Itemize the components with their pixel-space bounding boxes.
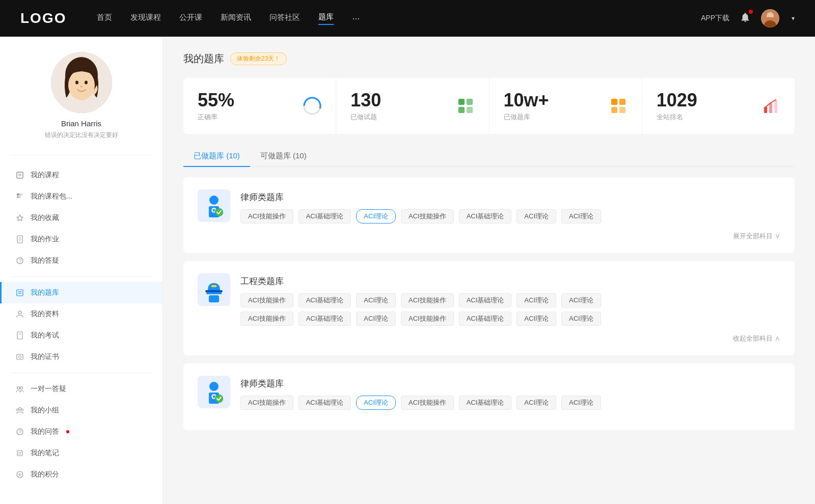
app-download-button[interactable]: APP下载 (701, 14, 729, 23)
sidebar-label-one-on-one: 一对一答疑 (31, 384, 66, 394)
sidebar-item-my-collect[interactable]: 我的收藏 (0, 207, 162, 229)
sidebar-item-my-exam[interactable]: 我的考试 (0, 325, 162, 346)
svg-point-30 (19, 356, 21, 358)
svg-rect-51 (619, 107, 626, 113)
tag-eng-r1-6[interactable]: ACI理论 (561, 293, 601, 307)
svg-point-43 (307, 101, 317, 111)
sidebar-label-my-notes: 我的笔记 (31, 449, 59, 458)
svg-point-32 (20, 387, 23, 389)
sidebar-item-my-course[interactable]: 我的课程 (0, 164, 162, 186)
nav-qbank[interactable]: 题库 (318, 12, 334, 25)
sidebar-label-my-course: 我的课程 (31, 171, 59, 180)
svg-point-31 (17, 387, 20, 389)
nav-open-course[interactable]: 公开课 (179, 13, 202, 24)
tag-lawyer2-1[interactable]: ACI基础理论 (298, 396, 351, 410)
tag-eng-r1-4[interactable]: ACI基础理论 (459, 293, 512, 307)
stat-rank-value: 1029 (657, 90, 754, 110)
stats-row: 55% 正确率 130 已做试题 (183, 78, 795, 134)
svg-text:?: ? (19, 258, 22, 264)
tag-lawyer1-0[interactable]: ACI技能操作 (240, 209, 293, 223)
svg-rect-52 (764, 107, 767, 113)
package-icon (15, 192, 24, 201)
grid-orange-icon (609, 97, 628, 115)
tag-eng-r1-5[interactable]: ACI理论 (517, 293, 556, 307)
collapse-link-engineer1[interactable]: 收起全部科目 ∧ (198, 334, 780, 343)
user-menu-chevron[interactable]: ▾ (792, 15, 795, 22)
stat-rank-label: 全站排名 (657, 113, 754, 122)
sidebar-item-my-questions[interactable]: ? 我的问答 (0, 421, 162, 442)
tag-eng-r1-2[interactable]: ACI理论 (356, 293, 396, 307)
svg-rect-48 (611, 99, 617, 105)
qbank-icon (15, 288, 24, 297)
tag-eng-r2-0[interactable]: ACI技能操作 (240, 312, 293, 326)
exam-icon (15, 331, 24, 340)
tag-eng-r1-1[interactable]: ACI基础理论 (298, 293, 351, 307)
sidebar-item-my-info[interactable]: 我的资料 (0, 303, 162, 325)
tag-lawyer2-4[interactable]: ACI基础理论 (459, 396, 512, 410)
tag-lawyer2-6[interactable]: ACI理论 (561, 396, 601, 410)
qbank-tags-engineer1-row2: ACI技能操作 ACI基础理论 ACI理论 ACI技能操作 ACI基础理论 AC… (240, 312, 780, 326)
tag-eng-r2-1[interactable]: ACI基础理论 (298, 312, 351, 326)
tag-eng-r2-6[interactable]: ACI理论 (561, 312, 601, 326)
qbank-card-lawyer1: 律师类题库 ACI技能操作 ACI基础理论 ACI理论 ACI技能操作 ACI基… (183, 177, 795, 253)
sidebar-label-my-exam: 我的考试 (31, 331, 59, 340)
tag-lawyer1-2[interactable]: ACI理论 (356, 209, 396, 223)
nav-more[interactable]: ··· (352, 13, 360, 24)
qa-icon: ? (15, 256, 24, 265)
page-title: 我的题库 (183, 52, 224, 66)
tag-lawyer1-3[interactable]: ACI技能操作 (401, 209, 454, 223)
sidebar: Brian Harris 错误的决定比没有决定要好 我的课程 我的课程包... (0, 37, 163, 504)
stat-done-banks-label: 已做题库 (504, 113, 601, 122)
tag-lawyer1-5[interactable]: ACI理论 (517, 209, 556, 223)
sidebar-item-my-notes[interactable]: 我的笔记 (0, 442, 162, 464)
svg-rect-54 (774, 100, 777, 113)
qbank-card-lawyer2: 律师类题库 ACI技能操作 ACI基础理论 ACI理论 ACI技能操作 ACI基… (183, 363, 795, 430)
sidebar-item-my-qa[interactable]: ? 我的答疑 (0, 250, 162, 271)
nav-qa[interactable]: 问答社区 (269, 13, 300, 24)
logo: LOGO (20, 10, 66, 26)
tag-lawyer1-1[interactable]: ACI基础理论 (298, 209, 351, 223)
tag-eng-r2-5[interactable]: ACI理论 (517, 312, 556, 326)
expand-link-lawyer1[interactable]: 展开全部科目 ∨ (198, 232, 780, 241)
tag-eng-r1-3[interactable]: ACI技能操作 (401, 293, 454, 307)
svg-point-35 (21, 409, 23, 411)
sidebar-item-my-qbank[interactable]: 我的题库 (0, 282, 162, 303)
svg-point-8 (80, 86, 83, 88)
svg-point-34 (16, 409, 18, 411)
user-avatar[interactable] (761, 9, 779, 27)
tag-lawyer2-0[interactable]: ACI技能操作 (240, 396, 293, 410)
tag-lawyer2-5[interactable]: ACI理论 (517, 396, 556, 410)
sidebar-item-one-on-one[interactable]: 一对一答疑 (0, 378, 162, 400)
qbank-tags-engineer1-row1: ACI技能操作 ACI基础理论 ACI理论 ACI技能操作 ACI基础理论 AC… (240, 293, 780, 307)
tag-lawyer1-6[interactable]: ACI理论 (561, 209, 601, 223)
tab-done-banks[interactable]: 已做题库 (10) (183, 146, 250, 166)
svg-rect-12 (17, 193, 19, 195)
nav-news[interactable]: 新闻资讯 (221, 13, 251, 24)
svg-point-5 (68, 70, 95, 100)
svg-point-7 (85, 81, 88, 85)
profile-name: Brian Harris (61, 119, 101, 128)
tag-eng-r1-0[interactable]: ACI技能操作 (240, 293, 293, 307)
sidebar-item-my-homework[interactable]: 我的作业 (0, 229, 162, 250)
tag-lawyer2-2[interactable]: ACI理论 (356, 396, 396, 410)
sidebar-item-my-group[interactable]: 我的小组 (0, 400, 162, 421)
tag-eng-r2-4[interactable]: ACI基础理论 (459, 312, 512, 326)
sidebar-item-my-cert[interactable]: 我的证书 (0, 346, 162, 368)
sidebar-label-my-qa: 我的答疑 (31, 256, 59, 265)
tag-lawyer2-3[interactable]: ACI技能操作 (401, 396, 454, 410)
nav-home[interactable]: 首页 (97, 13, 112, 24)
nav-discover[interactable]: 发现课程 (130, 13, 161, 24)
notes-icon (15, 449, 24, 458)
sidebar-item-my-points[interactable]: 我的积分 (0, 464, 162, 485)
stat-done-questions: 130 已做试题 (336, 78, 489, 134)
sidebar-divider-3 (10, 373, 152, 373)
sidebar-item-my-package[interactable]: 我的课程包... (0, 186, 162, 207)
notification-bell[interactable] (740, 12, 751, 25)
tag-lawyer1-4[interactable]: ACI基础理论 (459, 209, 512, 223)
tab-available-banks[interactable]: 可做题库 (10) (250, 146, 317, 166)
qbank-tags-lawyer1: ACI技能操作 ACI基础理论 ACI理论 ACI技能操作 ACI基础理论 AC… (240, 209, 780, 223)
tag-eng-r2-3[interactable]: ACI技能操作 (401, 312, 454, 326)
tag-eng-r2-2[interactable]: ACI理论 (356, 312, 396, 326)
sidebar-menu: 我的课程 我的课程包... 我的收藏 我的作业 (0, 160, 162, 489)
sidebar-label-my-cert: 我的证书 (31, 352, 59, 361)
